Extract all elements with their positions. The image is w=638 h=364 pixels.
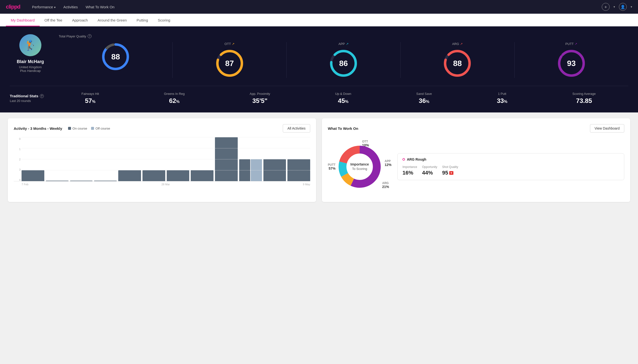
overall-value: 88 [111,52,120,61]
tab-approach[interactable]: Approach [67,14,93,26]
quality-arg: ARG ↗ 88 [400,42,514,78]
arg-rough-card: ARG Rough Importance 16% Opportunity 44%… [397,153,624,180]
stats-help-icon[interactable]: ? [40,94,44,98]
add-button[interactable]: ＋ [602,3,610,11]
arg-value: 88 [453,59,462,68]
putt-donut-label: PUTT 57% [328,163,335,170]
stats-label: Traditional Stats ? [10,94,49,98]
app-value: 86 [339,59,348,68]
bar-group-1 [22,170,44,181]
activity-chart-header: Activity - 3 Months - Weekly On course O… [14,124,310,132]
bar-on-10 [239,159,250,181]
quality-help-icon[interactable]: ? [88,34,92,38]
donut-svg: Importance To Scoring [335,142,384,191]
main-content: Activity - 3 Months - Weekly On course O… [0,112,638,208]
quality-ott: OTT ↗ 87 [172,42,286,78]
stat-up-down: Up & Down 45% [335,92,351,105]
logo: clippd [6,4,20,10]
arg-stats: Importance 16% Opportunity 44% Shot Qual… [402,165,619,176]
arg-stat-importance: Importance 16% [402,165,417,176]
what-to-work-on-title: What To Work On [328,126,358,130]
arg-card-dot [402,158,405,160]
player-avatar: 🏌️ [19,34,41,56]
bar-on-9 [215,137,238,181]
arg-gauge: 88 [443,49,472,78]
arg-stat-opportunity: Opportunity 44% [422,165,437,176]
quality-cards: 88 OTT ↗ 87 [59,42,628,78]
hero-section: 🏌️ Blair McHarg United Kingdom Plus Hand… [0,26,638,112]
stat-greens-in-reg: Greens In Reg 62% [164,92,185,105]
tab-my-dashboard[interactable]: My Dashboard [6,14,40,26]
user-avatar-nav[interactable]: 👤 [619,3,627,11]
ott-gauge: 87 [215,49,244,78]
donut-section: OTT 10% APP 12% ARG 21% PUTT [328,138,624,196]
donut-with-labels: OTT 10% APP 12% ARG 21% PUTT [328,138,391,196]
what-to-work-on-card: What To Work On View Dashboard OTT 10% A… [322,118,630,202]
app-trend-icon: ↗ [346,42,349,46]
stats-sublabel: Last 20 rounds [10,99,49,103]
top-nav: clippd Performance Activities What To Wo… [0,0,638,14]
what-to-work-on-header: What To Work On View Dashboard [328,124,624,132]
legend-off-course: Off course [91,127,110,130]
tab-around-the-green[interactable]: Around the Green [93,14,132,26]
bar-group-3 [70,181,93,181]
app-donut-label: APP 12% [385,160,391,167]
tab-scoring[interactable]: Scoring [153,14,175,26]
arg-card-title: ARG Rough [402,158,619,161]
nav-what-to-work-on[interactable]: What To Work On [86,1,115,13]
bar-on-5 [118,170,141,181]
stat-items: Fairways Hit 57% Greens In Reg 62% App. … [49,92,628,105]
player-info: 🏌️ Blair McHarg United Kingdom Plus Hand… [10,34,59,72]
arg-label: ARG ↗ [452,42,463,46]
player-handicap: Plus Handicap [20,69,41,72]
putt-value: 93 [567,59,576,68]
stats-label-group: Traditional Stats ? Last 20 rounds [10,94,49,103]
player-country: United Kingdom [19,65,42,69]
stat-sand-save: Sand Save 36% [416,92,432,105]
tab-off-the-tee[interactable]: Off the Tee [40,14,67,26]
donut-area: OTT 10% APP 12% ARG 21% PUTT [328,138,391,196]
activity-chart-card: Activity - 3 Months - Weekly On course O… [8,118,316,202]
bar-chart: 4 3 2 1 0 [14,138,310,186]
bar-group-4 [94,181,117,181]
putt-label: PUTT ↗ [565,42,577,46]
quality-label: Total Player Quality ? [59,34,628,38]
view-dashboard-button[interactable]: View Dashboard [590,124,624,132]
ott-trend-icon: ↗ [232,42,235,46]
overall-gauge: 88 [101,42,130,72]
stat-fairways-hit: Fairways Hit 57% [82,92,99,105]
nav-activities[interactable]: Activities [63,1,78,13]
nav-performance[interactable]: Performance [32,1,56,13]
ott-value: 87 [225,59,234,68]
player-name: Blair McHarg [17,59,44,64]
bar-group-10 [239,159,262,181]
svg-text:Importance: Importance [350,162,369,166]
on-course-dot [68,127,71,130]
putt-gauge: 93 [557,49,586,78]
quality-app: APP ↗ 86 [286,42,400,78]
bar-on-2 [46,181,69,181]
bar-group-6 [142,170,165,181]
bar-off-10 [251,159,262,181]
arg-trend-icon: ↗ [460,42,463,46]
bar-on-6 [142,170,165,181]
bar-group-7 [167,170,189,181]
shot-quality-badge: ▼ [449,171,454,175]
user-chevron-icon [631,5,632,8]
stat-scoring-average: Scoring Average 73.85 [572,92,596,105]
performance-dropdown-icon [54,5,56,9]
bar-on-12 [287,159,310,181]
bar-group-8 [191,170,214,181]
all-activities-button[interactable]: All Activities [283,124,310,132]
arg-stat-shot-quality: Shot Quality 95 ▼ [442,165,458,176]
tab-putting[interactable]: Putting [132,14,153,26]
bar-chart-inner: 4 3 2 1 0 [14,138,310,182]
bar-group-12 [287,159,310,181]
bar-group-2 [46,181,69,181]
ott-label: OTT ↗ [225,42,235,46]
bar-on-3 [70,181,93,181]
player-quality-row: 🏌️ Blair McHarg United Kingdom Plus Hand… [10,34,628,78]
quality-overall: 88 [59,42,172,78]
traditional-stats-row: Traditional Stats ? Last 20 rounds Fairw… [10,86,628,105]
stat-app-proximity: App. Proximity 35'5" [250,92,270,105]
